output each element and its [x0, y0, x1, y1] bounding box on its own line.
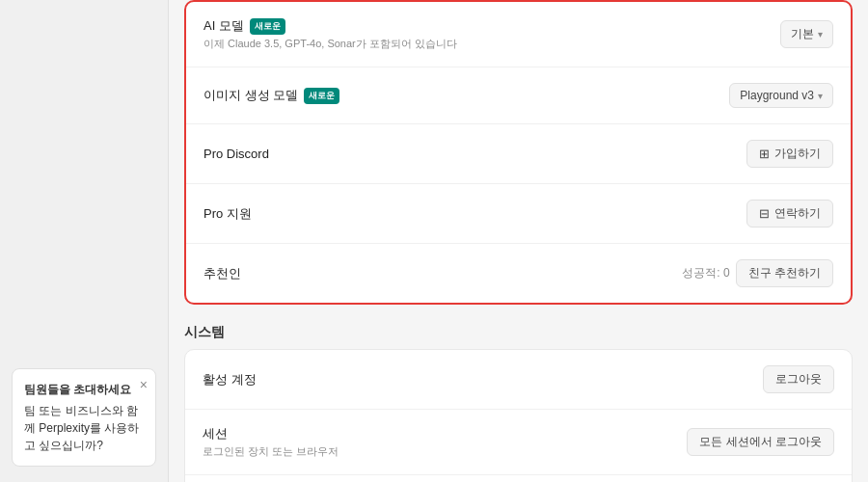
image-model-dropdown[interactable]: Playground v3 ▾ — [729, 83, 833, 108]
delete-account-row: 계정 삭제 계정과 데이터를 영구히 삭제합니다 더 알아보기 — [185, 475, 852, 482]
active-account-row: 활성 계정 로그아웃 — [185, 350, 852, 410]
logout-all-sessions-button[interactable]: 모든 세션에서 로그아웃 — [687, 428, 834, 456]
ai-model-badge: 새로운 — [250, 18, 285, 35]
discord-icon: ⊞ — [759, 147, 770, 161]
logout-button[interactable]: 로그아웃 — [763, 365, 834, 393]
sidebar: × 팀원들을 초대하세요 팀 또는 비즈니스와 함께 Perplexity를 사… — [0, 0, 169, 482]
session-row: 세션 로그인된 장치 또는 브라우저 모든 세션에서 로그아웃 — [185, 410, 852, 475]
system-section: 시스템 활성 계정 로그아웃 세션 로그인된 장치 또는 브라우저 — [184, 324, 853, 482]
active-account-label: 활성 계정 — [203, 371, 257, 388]
pro-settings-card: AI 모델 새로운 이제 Claude 3.5, GPT-4o, Sonar가 … — [184, 0, 853, 305]
pro-support-left: Pro 지원 — [203, 205, 252, 223]
main-content: AI 모델 새로운 이제 Claude 3.5, GPT-4o, Sonar가 … — [169, 0, 868, 482]
session-label: 세션 — [203, 425, 339, 442]
referral-left: 추천인 — [203, 265, 241, 282]
image-model-row: 이미지 생성 모델 새로운 Playground v3 ▾ — [186, 67, 851, 124]
referral-right: 성공적: 0 친구 추천하기 — [682, 259, 833, 287]
pro-discord-right: ⊞ 가입하기 — [746, 140, 833, 168]
invite-title: 팀원들을 초대하세요 — [24, 381, 144, 398]
active-account-left: 활성 계정 — [203, 371, 257, 388]
session-sublabel: 로그인된 장치 또는 브라우저 — [203, 444, 339, 459]
ai-model-left: AI 모델 새로운 이제 Claude 3.5, GPT-4o, Sonar가 … — [203, 17, 457, 51]
session-right: 모든 세션에서 로그아웃 — [687, 428, 834, 456]
pro-discord-left: Pro Discord — [203, 147, 269, 161]
invite-body: 팀 또는 비즈니스와 함께 Perplexity를 사용하고 싶으십니까? — [24, 402, 144, 454]
pro-support-label: Pro 지원 — [203, 205, 252, 223]
pro-support-contact-button[interactable]: ⊟ 연락하기 — [746, 200, 833, 228]
system-section-title: 시스템 — [184, 324, 853, 341]
pro-discord-label: Pro Discord — [203, 147, 269, 161]
pro-discord-row: Pro Discord ⊞ 가입하기 — [186, 124, 851, 184]
close-banner-button[interactable]: × — [140, 375, 148, 395]
image-model-badge: 새로운 — [304, 88, 339, 104]
image-model-right: Playground v3 ▾ — [729, 83, 833, 108]
pro-settings-section: AI 모델 새로운 이제 Claude 3.5, GPT-4o, Sonar가 … — [184, 0, 853, 305]
system-settings-card: 활성 계정 로그아웃 세션 로그인된 장치 또는 브라우저 모든 세션에서 로그… — [184, 349, 853, 482]
session-left: 세션 로그인된 장치 또는 브라우저 — [203, 425, 339, 459]
image-model-label: 이미지 생성 모델 새로운 — [203, 87, 339, 104]
chevron-down-icon: ▾ — [818, 29, 823, 40]
referral-count: 성공적: 0 — [682, 265, 729, 281]
pro-discord-join-button[interactable]: ⊞ 가입하기 — [746, 140, 833, 168]
pro-support-row: Pro 지원 ⊟ 연락하기 — [186, 184, 851, 244]
invite-banner: × 팀원들을 초대하세요 팀 또는 비즈니스와 함께 Perplexity를 사… — [12, 368, 156, 467]
referral-label: 추천인 — [203, 265, 241, 282]
active-account-right: 로그아웃 — [763, 365, 834, 393]
pro-support-right: ⊟ 연락하기 — [746, 200, 833, 228]
referral-invite-button[interactable]: 친구 추천하기 — [736, 259, 833, 287]
ai-model-sublabel: 이제 Claude 3.5, GPT-4o, Sonar가 포함되어 있습니다 — [203, 37, 457, 51]
chevron-down-icon: ▾ — [818, 91, 823, 101]
ai-model-right: 기본 ▾ — [780, 20, 833, 48]
referral-row: 추천인 성공적: 0 친구 추천하기 — [186, 244, 851, 303]
ai-model-row: AI 모델 새로운 이제 Claude 3.5, GPT-4o, Sonar가 … — [186, 2, 851, 67]
image-model-left: 이미지 생성 모델 새로운 — [203, 87, 339, 104]
support-icon: ⊟ — [759, 206, 770, 221]
ai-model-label: AI 모델 새로운 — [203, 17, 457, 35]
ai-model-dropdown[interactable]: 기본 ▾ — [780, 20, 833, 48]
